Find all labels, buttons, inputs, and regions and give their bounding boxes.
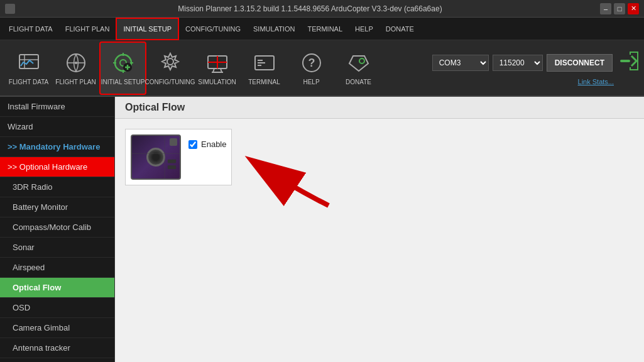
svg-rect-32: [168, 165, 176, 169]
toolbar-help[interactable]: ? HELP: [288, 41, 335, 95]
sidebar-item-optional-hardware[interactable]: >> Optional Hardware: [0, 157, 114, 177]
svg-point-28: [359, 58, 364, 63]
toolbar-simulation-label: SIMULATION: [198, 79, 236, 86]
link-stats-link[interactable]: Link Stats...: [578, 78, 614, 85]
svg-point-15: [167, 58, 173, 65]
sensor-panel: Enable: [125, 129, 232, 185]
toolbar-help-label: HELP: [303, 79, 319, 86]
content-body: Enable: [115, 119, 644, 195]
content-title: Optical Flow: [125, 102, 185, 112]
sidebar-item-sonar[interactable]: Sonar: [0, 238, 114, 258]
main-layout: Install Firmware Wizard >> Mandatory Har…: [0, 97, 644, 362]
sidebar-item-wizard[interactable]: Wizard: [0, 117, 114, 137]
toolbar-flight-data[interactable]: FLIGHT DATA: [5, 41, 52, 95]
toolbar-initial-setup-label: INITIAL SETUP: [101, 79, 145, 86]
red-arrow: [216, 149, 341, 212]
app-icon: [5, 4, 15, 14]
close-button[interactable]: ✕: [628, 3, 639, 14]
sidebar: Install Firmware Wizard >> Mandatory Har…: [0, 97, 115, 362]
toolbar: FLIGHT DATA FLIGHT PLAN: [0, 40, 644, 97]
enable-checkbox[interactable]: [188, 140, 197, 149]
svg-rect-29: [620, 60, 630, 62]
menu-simulation[interactable]: SIMULATION: [247, 18, 301, 40]
help-icon: ?: [298, 50, 325, 76]
toolbar-config-tuning[interactable]: CONFIG/TUNING: [146, 41, 194, 95]
toolbar-config-label: CONFIG/TUNING: [145, 79, 195, 86]
sidebar-item-battery-monitor[interactable]: Battery Monitor: [0, 197, 114, 217]
toolbar-flight-plan[interactable]: FLIGHT PLAN: [52, 41, 99, 95]
sidebar-item-airspeed[interactable]: Airspeed: [0, 258, 114, 278]
initial-setup-icon: [110, 50, 136, 76]
com-port-select[interactable]: COM3: [432, 55, 489, 71]
simulation-icon: [204, 50, 231, 76]
donate-icon: [346, 50, 372, 76]
toolbar-right: COM3 115200 DISCONNECT Link Stats...: [432, 51, 639, 85]
svg-rect-33: [168, 160, 176, 163]
title-bar-buttons: – □ ✕: [600, 3, 639, 14]
menu-config-tuning[interactable]: CONFIG/TUNING: [179, 18, 247, 40]
sensor-image: [131, 134, 181, 180]
sidebar-item-compass-motor-calib[interactable]: Compass/Motor Calib: [0, 217, 114, 238]
enable-label: Enable: [201, 140, 226, 149]
sidebar-item-motor-test[interactable]: Motor Test: [0, 358, 114, 362]
svg-point-5: [75, 62, 77, 64]
disconnect-button[interactable]: DISCONNECT: [547, 54, 613, 72]
menu-help[interactable]: HELP: [349, 18, 379, 40]
toolbar-simulation[interactable]: SIMULATION: [194, 41, 241, 95]
maximize-button[interactable]: □: [614, 3, 625, 14]
title-bar: Mission Planner 1.3.15.2 build 1.1.5448.…: [0, 0, 644, 18]
content-area: Optical Flow: [115, 97, 644, 362]
menu-initial-setup[interactable]: INITIAL SETUP: [116, 18, 179, 40]
flight-plan-icon: [63, 50, 89, 76]
menu-flight-data[interactable]: FLIGHT DATA: [3, 18, 59, 40]
toolbar-terminal-label: TERMINAL: [248, 79, 280, 86]
enable-row: Enable: [188, 137, 226, 151]
title-bar-text: Mission Planner 1.3.15.2 build 1.1.5448.…: [20, 4, 600, 13]
sidebar-item-3dr-radio[interactable]: 3DR Radio: [0, 177, 114, 197]
sidebar-item-mandatory-hardware[interactable]: >> Mandatory Hardware: [0, 137, 114, 157]
sidebar-item-install-firmware[interactable]: Install Firmware: [0, 97, 114, 117]
toolbar-initial-setup[interactable]: INITIAL SETUP: [99, 41, 146, 95]
config-tuning-icon: [157, 50, 183, 76]
svg-text:?: ?: [308, 57, 315, 69]
content-header: Optical Flow: [115, 97, 644, 119]
toolbar-donate[interactable]: DONATE: [335, 41, 382, 95]
disconnect-icon: [619, 51, 639, 75]
baud-rate-select[interactable]: 115200: [493, 55, 543, 71]
minimize-button[interactable]: –: [600, 3, 611, 14]
flight-data-icon: [16, 50, 42, 76]
sidebar-item-camera-gimbal[interactable]: Camera Gimbal: [0, 318, 114, 338]
sidebar-item-antenna-tracker[interactable]: Antenna tracker: [0, 338, 114, 358]
menu-bar: FLIGHT DATA FLIGHT PLAN INITIAL SETUP CO…: [0, 18, 644, 40]
sidebar-item-optical-flow[interactable]: Optical Flow: [0, 278, 114, 298]
sidebar-item-osd[interactable]: OSD: [0, 298, 114, 318]
menu-donate[interactable]: DONATE: [379, 18, 420, 40]
toolbar-terminal[interactable]: TERMINAL: [241, 41, 288, 95]
menu-flight-plan[interactable]: FLIGHT PLAN: [59, 18, 116, 40]
terminal-icon: [251, 50, 278, 76]
toolbar-donate-label: DONATE: [346, 79, 371, 86]
toolbar-flight-data-label: FLIGHT DATA: [9, 79, 48, 86]
toolbar-flight-plan-label: FLIGHT PLAN: [55, 79, 96, 86]
menu-terminal[interactable]: TERMINAL: [301, 18, 349, 40]
